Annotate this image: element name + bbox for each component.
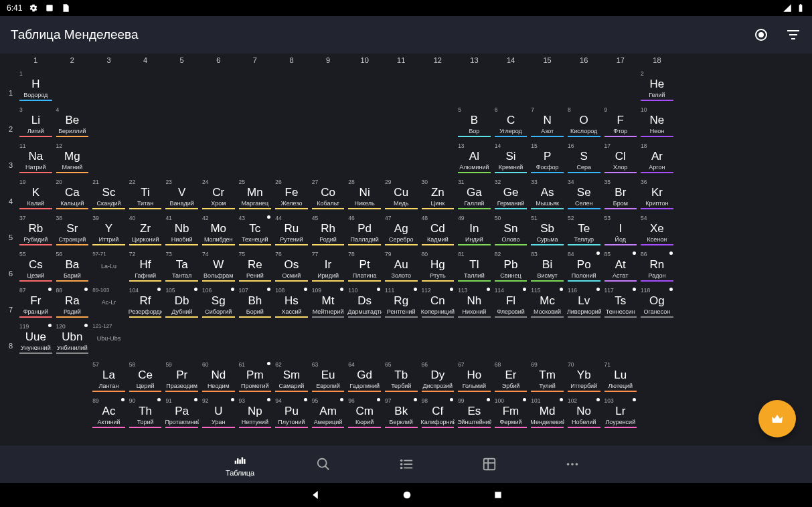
element-Hg[interactable]: 80HgРтуть — [420, 249, 457, 285]
element-Uue[interactable]: 119UueУнуненний — [17, 322, 54, 357]
element-Og[interactable]: 118OgОганесон — [639, 286, 675, 321]
element-Sg[interactable]: 106SgСиборгий — [200, 286, 237, 321]
element-Ba[interactable]: 56BaБарий — [54, 249, 91, 285]
element-Nh[interactable]: 113NhНихоний — [456, 286, 493, 321]
element-La[interactable]: 57LaЛантан — [90, 360, 127, 395]
element-Ti[interactable]: 22TiТитан — [127, 177, 164, 213]
view-mode-button[interactable] — [753, 27, 769, 43]
element-Mn[interactable]: 25MnМарганец — [237, 177, 274, 213]
element-He[interactable]: 2HeГелий — [639, 69, 675, 104]
placeholder-act[interactable]: 89-103Ac-Lr — [90, 286, 127, 321]
element-Co[interactable]: 27CoКобальт — [310, 177, 347, 213]
element-Pt[interactable]: 78PtПлатина — [346, 249, 383, 285]
android-back[interactable] — [309, 489, 321, 501]
element-Ag[interactable]: 47AgСеребро — [383, 213, 420, 249]
element-Se[interactable]: 34SeСелен — [566, 177, 602, 213]
element-Ge[interactable]: 32GeГерманий — [493, 177, 530, 213]
element-Br[interactable]: 35BrБром — [602, 177, 639, 213]
element-Rf[interactable]: 104RfРезерфордий — [127, 286, 164, 321]
element-Rn[interactable]: 86RnРадон — [639, 249, 675, 285]
element-F[interactable]: 9FФтор — [602, 105, 639, 140]
element-S[interactable]: 16SСера — [566, 141, 602, 177]
element-P[interactable]: 15PФосфор — [529, 141, 566, 177]
element-W[interactable]: 74WВольфрам — [200, 249, 237, 285]
element-Ho[interactable]: 67HoГольмий — [456, 360, 493, 395]
element-Mt[interactable]: 109MtМейтнерий — [310, 286, 347, 321]
element-Tc[interactable]: 43TcТехнеций — [237, 213, 274, 249]
element-No[interactable]: 102NoНобелий — [566, 396, 602, 431]
placeholder-lanth[interactable]: 57-71La-Lu — [90, 249, 127, 285]
element-Cu[interactable]: 29CuМедь — [383, 177, 420, 213]
element-Ra[interactable]: 88RaРадий — [54, 286, 91, 321]
element-C[interactable]: 6CУглерод — [493, 105, 530, 140]
element-Sm[interactable]: 62SmСамарий — [273, 360, 310, 395]
element-Cm[interactable]: 96CmКюрий — [346, 396, 383, 431]
element-Cl[interactable]: 17ClХлор — [602, 141, 639, 177]
element-Zr[interactable]: 40ZrЦирконий — [127, 213, 164, 249]
element-Pd[interactable]: 46PdПалладий — [346, 213, 383, 249]
element-Ir[interactable]: 77IrИридий — [310, 249, 347, 285]
element-Li[interactable]: 3LiЛитий — [17, 105, 54, 140]
element-Hf[interactable]: 72HfГафний — [127, 249, 164, 285]
filter-button[interactable] — [785, 27, 801, 43]
element-Si[interactable]: 14SiКремний — [493, 141, 530, 177]
element-Fr[interactable]: 87FrФранций — [17, 286, 54, 321]
element-Be[interactable]: 4BeБериллий — [54, 105, 91, 140]
element-Bh[interactable]: 107BhБорий — [237, 286, 274, 321]
element-Pr[interactable]: 59PrПразеодим — [163, 360, 200, 395]
element-Ce[interactable]: 58CeЦерий — [127, 360, 164, 395]
element-At[interactable]: 85AtАстат — [602, 249, 639, 285]
element-Pb[interactable]: 82PbСвинец — [493, 249, 530, 285]
element-Ar[interactable]: 18ArАргон — [639, 141, 675, 177]
element-Bi[interactable]: 83BiВисмут — [529, 249, 566, 285]
element-Ca[interactable]: 20CaКальций — [54, 177, 91, 213]
element-K[interactable]: 19KКалий — [17, 177, 54, 213]
element-H[interactable]: 1HВодород — [17, 69, 54, 104]
element-Rh[interactable]: 45RhРодий — [310, 213, 347, 249]
element-Po[interactable]: 84PoПолоний — [566, 249, 602, 285]
element-Au[interactable]: 79AuЗолото — [383, 249, 420, 285]
element-V[interactable]: 23VВанадий — [163, 177, 200, 213]
element-Rb[interactable]: 37RbРубидий — [17, 213, 54, 249]
element-Mc[interactable]: 115McМосковий — [529, 286, 566, 321]
element-Nd[interactable]: 60NdНеодим — [200, 360, 237, 395]
element-Y[interactable]: 39YИттрий — [90, 213, 127, 249]
element-Es[interactable]: 99EsЭйнштейний — [456, 396, 493, 431]
element-Np[interactable]: 93NpНептуний — [237, 396, 274, 431]
element-Hs[interactable]: 108HsХассий — [273, 286, 310, 321]
android-recent[interactable] — [493, 490, 503, 500]
element-Ac[interactable]: 89AcАктиний — [90, 396, 127, 431]
element-Md[interactable]: 101MdМенделевий — [529, 396, 566, 431]
android-home[interactable] — [402, 490, 412, 500]
element-Fm[interactable]: 100FmФермий — [493, 396, 530, 431]
element-Na[interactable]: 11NaНатрий — [17, 141, 54, 177]
element-Gd[interactable]: 64GdГадолиний — [346, 360, 383, 395]
element-Lu[interactable]: 71LuЛютеций — [602, 360, 639, 395]
element-Cs[interactable]: 55CsЦезий — [17, 249, 54, 285]
element-Lv[interactable]: 116LvЛиверморий — [566, 286, 602, 321]
nav-search[interactable] — [302, 457, 345, 472]
nav-list[interactable] — [385, 457, 428, 472]
element-Tb[interactable]: 65TbТербий — [383, 360, 420, 395]
element-Dy[interactable]: 66DyДиспрозий — [420, 360, 457, 395]
nav-table[interactable]: Таблица — [219, 452, 262, 477]
element-Ds[interactable]: 110DsДармштадтий — [346, 286, 383, 321]
element-Os[interactable]: 76OsОсмий — [273, 249, 310, 285]
element-Th[interactable]: 90ThТорий — [127, 396, 164, 431]
element-Yb[interactable]: 70YbИттербий — [566, 360, 602, 395]
element-Tm[interactable]: 69TmТулий — [529, 360, 566, 395]
element-Sb[interactable]: 51SbСурьма — [529, 213, 566, 249]
element-Pa[interactable]: 91PaПротактиний — [163, 396, 200, 431]
element-Mo[interactable]: 42MoМолибден — [200, 213, 237, 249]
element-Ni[interactable]: 28NiНикель — [346, 177, 383, 213]
element-Ubn[interactable]: 120UbnУнбинилий — [54, 322, 91, 357]
nav-more[interactable] — [551, 457, 594, 472]
element-Cr[interactable]: 24CrХром — [200, 177, 237, 213]
nav-grid[interactable] — [468, 457, 511, 472]
element-Ts[interactable]: 117TsТеннессин — [602, 286, 639, 321]
element-Ne[interactable]: 10NeНеон — [639, 105, 675, 140]
element-Eu[interactable]: 63EuЕвропий — [310, 360, 347, 395]
element-N[interactable]: 7NАзот — [529, 105, 566, 140]
element-Te[interactable]: 52TeТеллур — [566, 213, 602, 249]
element-Rg[interactable]: 111RgРентгений — [383, 286, 420, 321]
